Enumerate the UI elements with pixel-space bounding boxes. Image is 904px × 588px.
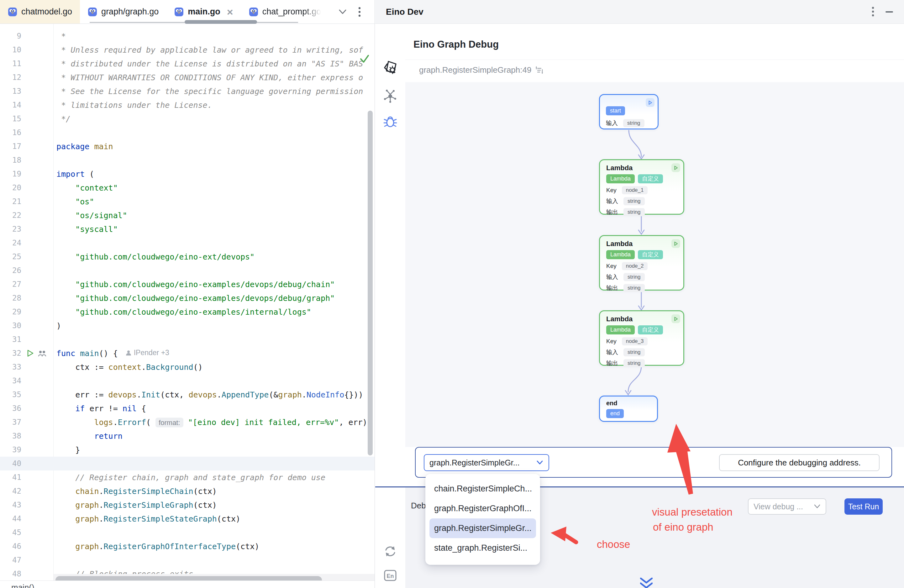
line-number[interactable]: 35 <box>0 390 21 399</box>
code-line-23: 23 "syscall" <box>0 222 375 236</box>
node-play-icon[interactable] <box>672 239 680 248</box>
sort-lines-icon[interactable] <box>535 66 544 74</box>
graph-node-end[interactable]: end end <box>599 395 658 422</box>
line-number[interactable]: 31 <box>0 335 21 344</box>
debug-bug-icon[interactable] <box>383 114 398 129</box>
graph-target-dropdown-menu: chain.RegisterSimpleCh...graph.RegisterG… <box>425 474 540 565</box>
view-debug-select[interactable]: View debug ... <box>748 498 826 515</box>
line-number[interactable]: 13 <box>0 87 21 96</box>
node-play-icon[interactable] <box>672 163 680 172</box>
tab-label: main.go <box>188 7 220 17</box>
line-number[interactable]: 24 <box>0 239 21 247</box>
dropdown-menu-item[interactable]: graph.RegisterGraphOfI... <box>425 499 540 518</box>
editor-vertical-scrollbar[interactable] <box>368 111 373 455</box>
graph-target-select[interactable]: graph.RegisterSimpleGr... <box>424 454 549 471</box>
line-number[interactable]: 26 <box>0 266 21 275</box>
line-number[interactable]: 36 <box>0 404 21 413</box>
eino-dev-panel: Eino Dev <box>375 0 904 588</box>
code-line-26: 26 <box>0 264 375 277</box>
graph-node-lambda-node_1[interactable]: LambdaLambda自定义Keynode_1输入string输出string <box>599 159 684 215</box>
line-number[interactable]: 22 <box>0 211 21 220</box>
editor-tab-graph/graph.go[interactable]: graph/graph.go <box>80 0 166 24</box>
line-number[interactable]: 32 <box>0 349 21 358</box>
editor-tab-chatmodel.go[interactable]: chatmodel.go <box>0 0 80 24</box>
call-graph-icon[interactable] <box>383 89 398 103</box>
code-line-18: 18 <box>0 153 375 167</box>
dropdown-menu-item[interactable]: state_graph.RegisterSi... <box>425 538 540 558</box>
panel-minimize-icon[interactable] <box>885 11 893 13</box>
dropdown-menu-item[interactable]: graph.RegisterSimpleGr... <box>430 518 536 538</box>
inspections-check-icon[interactable] <box>359 53 370 64</box>
profile-gutter-icon[interactable] <box>37 349 47 358</box>
line-number[interactable]: 37 <box>0 418 21 427</box>
breadcrumb-item[interactable]: main() <box>11 583 35 588</box>
run-gutter-icon[interactable] <box>25 349 35 358</box>
node-title: end <box>606 400 651 407</box>
graph-canvas[interactable]: start 输入 string LambdaLambda自定义Keynode_1… <box>405 82 904 447</box>
code-line-47: 47 <box>0 553 375 567</box>
line-number[interactable]: 44 <box>0 514 21 523</box>
tab-list-chevron-down-icon[interactable] <box>338 8 347 16</box>
line-number[interactable]: 38 <box>0 432 21 440</box>
tab-strip-thumb[interactable] <box>185 20 257 24</box>
eino-logo-icon[interactable] <box>382 60 398 76</box>
line-number[interactable]: 16 <box>0 128 21 137</box>
line-number[interactable]: 15 <box>0 114 21 123</box>
code-line-37: 37 logs.Errorf( format: "[eino dev] init… <box>0 415 375 429</box>
line-number[interactable]: 18 <box>0 156 21 164</box>
io-label: 输入 <box>606 119 618 127</box>
line-number[interactable]: 39 <box>0 446 21 454</box>
tab-more-options-icon[interactable] <box>358 7 361 17</box>
line-number[interactable]: 27 <box>0 280 21 289</box>
line-number[interactable]: 33 <box>0 363 21 371</box>
line-number[interactable]: 43 <box>0 501 21 509</box>
line-number[interactable]: 25 <box>0 252 21 261</box>
collapse-chevrons-icon[interactable] <box>640 578 653 588</box>
line-number[interactable]: 45 <box>0 528 21 537</box>
line-number[interactable]: 20 <box>0 183 21 192</box>
code-editor[interactable]: 9 *10 * Unless required by applicable la… <box>0 24 375 588</box>
line-number[interactable]: 10 <box>0 46 21 54</box>
line-number[interactable]: 14 <box>0 101 21 109</box>
graph-node-lambda-node_2[interactable]: LambdaLambda自定义Keynode_2输入string输出string <box>599 235 684 291</box>
language-en-icon[interactable]: En <box>383 568 398 583</box>
line-number[interactable]: 34 <box>0 376 21 385</box>
line-number[interactable]: 30 <box>0 321 21 330</box>
code-line-16: 16 <box>0 126 375 139</box>
go-file-icon <box>174 7 184 17</box>
line-number[interactable]: 23 <box>0 225 21 234</box>
code-line-25: 25 "github.com/cloudwego/eino-ext/devops… <box>0 250 375 264</box>
line-number[interactable]: 21 <box>0 197 21 206</box>
line-number[interactable]: 46 <box>0 542 21 551</box>
line-number[interactable]: 47 <box>0 556 21 564</box>
view-debug-value: View debug ... <box>754 502 811 511</box>
line-number[interactable]: 29 <box>0 307 21 316</box>
line-number[interactable]: 28 <box>0 294 21 302</box>
test-run-button[interactable]: Test Run <box>844 498 883 515</box>
row-value-pill: string <box>623 348 645 356</box>
debug-target-row[interactable]: graph.RegisterSimpleGraph:49 <box>419 65 544 75</box>
graph-node-start[interactable]: start 输入 string <box>599 94 659 130</box>
configure-address-button[interactable]: Configure the debugging address. <box>719 454 880 471</box>
code-line-21: 21 "os" <box>0 194 375 209</box>
line-number[interactable]: 48 <box>0 569 21 578</box>
node-play-icon[interactable] <box>646 98 654 107</box>
line-number[interactable]: 17 <box>0 142 21 151</box>
refresh-icon[interactable] <box>383 544 398 559</box>
line-number[interactable]: 12 <box>0 73 21 82</box>
panel-more-options-icon[interactable] <box>871 6 874 17</box>
line-number[interactable]: 9 <box>0 32 21 40</box>
line-number[interactable]: 19 <box>0 169 21 179</box>
end-badge: end <box>606 409 624 418</box>
code-vision-inlay[interactable]: IPender +3 <box>125 349 169 357</box>
dropdown-menu-item[interactable]: chain.RegisterSimpleCh... <box>425 479 540 499</box>
breadcrumb-bar[interactable]: main() <box>0 580 375 588</box>
line-number[interactable]: 40 <box>0 459 21 468</box>
line-number[interactable]: 11 <box>0 59 21 68</box>
graph-node-lambda-node_3[interactable]: LambdaLambda自定义Keynode_3输入string输出string <box>599 310 684 366</box>
node-badge: Lambda <box>606 326 635 334</box>
line-number[interactable]: 42 <box>0 487 21 496</box>
close-icon[interactable]: × <box>227 6 233 17</box>
line-number[interactable]: 41 <box>0 473 21 482</box>
node-play-icon[interactable] <box>672 315 680 323</box>
